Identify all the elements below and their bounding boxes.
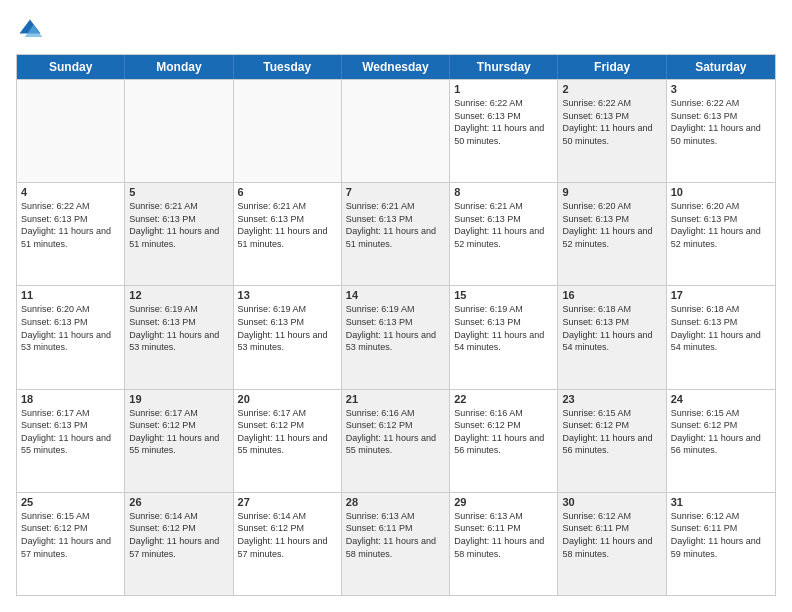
- calendar-cell-empty-0-0: [17, 80, 125, 182]
- day-number: 14: [346, 289, 445, 301]
- day-number: 1: [454, 83, 553, 95]
- calendar-row-2: 11Sunrise: 6:20 AM Sunset: 6:13 PM Dayli…: [17, 285, 775, 388]
- cell-text: Sunrise: 6:20 AM Sunset: 6:13 PM Dayligh…: [671, 200, 771, 250]
- cell-text: Sunrise: 6:17 AM Sunset: 6:12 PM Dayligh…: [129, 407, 228, 457]
- calendar-cell-22: 22Sunrise: 6:16 AM Sunset: 6:12 PM Dayli…: [450, 390, 558, 492]
- day-number: 17: [671, 289, 771, 301]
- day-number: 20: [238, 393, 337, 405]
- calendar-cell-14: 14Sunrise: 6:19 AM Sunset: 6:13 PM Dayli…: [342, 286, 450, 388]
- cell-text: Sunrise: 6:22 AM Sunset: 6:13 PM Dayligh…: [671, 97, 771, 147]
- day-number: 28: [346, 496, 445, 508]
- calendar-cell-12: 12Sunrise: 6:19 AM Sunset: 6:13 PM Dayli…: [125, 286, 233, 388]
- cell-text: Sunrise: 6:14 AM Sunset: 6:12 PM Dayligh…: [238, 510, 337, 560]
- cell-text: Sunrise: 6:17 AM Sunset: 6:13 PM Dayligh…: [21, 407, 120, 457]
- cell-text: Sunrise: 6:12 AM Sunset: 6:11 PM Dayligh…: [671, 510, 771, 560]
- cell-text: Sunrise: 6:13 AM Sunset: 6:11 PM Dayligh…: [454, 510, 553, 560]
- logo: [16, 16, 48, 44]
- day-number: 15: [454, 289, 553, 301]
- cell-text: Sunrise: 6:19 AM Sunset: 6:13 PM Dayligh…: [454, 303, 553, 353]
- cell-text: Sunrise: 6:21 AM Sunset: 6:13 PM Dayligh…: [454, 200, 553, 250]
- day-number: 2: [562, 83, 661, 95]
- calendar-cell-31: 31Sunrise: 6:12 AM Sunset: 6:11 PM Dayli…: [667, 493, 775, 595]
- calendar-cell-7: 7Sunrise: 6:21 AM Sunset: 6:13 PM Daylig…: [342, 183, 450, 285]
- day-number: 4: [21, 186, 120, 198]
- day-number: 22: [454, 393, 553, 405]
- calendar-cell-3: 3Sunrise: 6:22 AM Sunset: 6:13 PM Daylig…: [667, 80, 775, 182]
- header: [16, 16, 776, 44]
- cell-text: Sunrise: 6:16 AM Sunset: 6:12 PM Dayligh…: [346, 407, 445, 457]
- cell-text: Sunrise: 6:17 AM Sunset: 6:12 PM Dayligh…: [238, 407, 337, 457]
- calendar-row-3: 18Sunrise: 6:17 AM Sunset: 6:13 PM Dayli…: [17, 389, 775, 492]
- cell-text: Sunrise: 6:22 AM Sunset: 6:13 PM Dayligh…: [562, 97, 661, 147]
- day-number: 8: [454, 186, 553, 198]
- calendar-cell-19: 19Sunrise: 6:17 AM Sunset: 6:12 PM Dayli…: [125, 390, 233, 492]
- day-number: 10: [671, 186, 771, 198]
- calendar-cell-28: 28Sunrise: 6:13 AM Sunset: 6:11 PM Dayli…: [342, 493, 450, 595]
- calendar-cell-8: 8Sunrise: 6:21 AM Sunset: 6:13 PM Daylig…: [450, 183, 558, 285]
- day-header-saturday: Saturday: [667, 55, 775, 79]
- calendar: SundayMondayTuesdayWednesdayThursdayFrid…: [16, 54, 776, 596]
- calendar-cell-20: 20Sunrise: 6:17 AM Sunset: 6:12 PM Dayli…: [234, 390, 342, 492]
- calendar-cell-15: 15Sunrise: 6:19 AM Sunset: 6:13 PM Dayli…: [450, 286, 558, 388]
- calendar-cell-21: 21Sunrise: 6:16 AM Sunset: 6:12 PM Dayli…: [342, 390, 450, 492]
- cell-text: Sunrise: 6:15 AM Sunset: 6:12 PM Dayligh…: [562, 407, 661, 457]
- day-number: 26: [129, 496, 228, 508]
- day-header-friday: Friday: [558, 55, 666, 79]
- day-number: 27: [238, 496, 337, 508]
- calendar-cell-10: 10Sunrise: 6:20 AM Sunset: 6:13 PM Dayli…: [667, 183, 775, 285]
- cell-text: Sunrise: 6:20 AM Sunset: 6:13 PM Dayligh…: [21, 303, 120, 353]
- day-number: 7: [346, 186, 445, 198]
- calendar-cell-30: 30Sunrise: 6:12 AM Sunset: 6:11 PM Dayli…: [558, 493, 666, 595]
- cell-text: Sunrise: 6:19 AM Sunset: 6:13 PM Dayligh…: [238, 303, 337, 353]
- day-number: 5: [129, 186, 228, 198]
- cell-text: Sunrise: 6:21 AM Sunset: 6:13 PM Dayligh…: [129, 200, 228, 250]
- day-number: 31: [671, 496, 771, 508]
- day-number: 16: [562, 289, 661, 301]
- calendar-cell-29: 29Sunrise: 6:13 AM Sunset: 6:11 PM Dayli…: [450, 493, 558, 595]
- day-number: 11: [21, 289, 120, 301]
- calendar-cell-9: 9Sunrise: 6:20 AM Sunset: 6:13 PM Daylig…: [558, 183, 666, 285]
- calendar-cell-23: 23Sunrise: 6:15 AM Sunset: 6:12 PM Dayli…: [558, 390, 666, 492]
- day-header-thursday: Thursday: [450, 55, 558, 79]
- cell-text: Sunrise: 6:20 AM Sunset: 6:13 PM Dayligh…: [562, 200, 661, 250]
- day-number: 29: [454, 496, 553, 508]
- cell-text: Sunrise: 6:19 AM Sunset: 6:13 PM Dayligh…: [129, 303, 228, 353]
- calendar-cell-11: 11Sunrise: 6:20 AM Sunset: 6:13 PM Dayli…: [17, 286, 125, 388]
- day-number: 6: [238, 186, 337, 198]
- cell-text: Sunrise: 6:21 AM Sunset: 6:13 PM Dayligh…: [346, 200, 445, 250]
- day-number: 25: [21, 496, 120, 508]
- day-number: 23: [562, 393, 661, 405]
- calendar-cell-13: 13Sunrise: 6:19 AM Sunset: 6:13 PM Dayli…: [234, 286, 342, 388]
- logo-icon: [16, 16, 44, 44]
- day-header-tuesday: Tuesday: [234, 55, 342, 79]
- day-number: 12: [129, 289, 228, 301]
- calendar-cell-26: 26Sunrise: 6:14 AM Sunset: 6:12 PM Dayli…: [125, 493, 233, 595]
- day-header-monday: Monday: [125, 55, 233, 79]
- cell-text: Sunrise: 6:15 AM Sunset: 6:12 PM Dayligh…: [21, 510, 120, 560]
- calendar-body: 1Sunrise: 6:22 AM Sunset: 6:13 PM Daylig…: [17, 79, 775, 595]
- cell-text: Sunrise: 6:22 AM Sunset: 6:13 PM Dayligh…: [21, 200, 120, 250]
- calendar-header: SundayMondayTuesdayWednesdayThursdayFrid…: [17, 55, 775, 79]
- calendar-cell-empty-0-2: [234, 80, 342, 182]
- cell-text: Sunrise: 6:15 AM Sunset: 6:12 PM Dayligh…: [671, 407, 771, 457]
- calendar-cell-empty-0-3: [342, 80, 450, 182]
- day-number: 19: [129, 393, 228, 405]
- day-number: 21: [346, 393, 445, 405]
- day-number: 30: [562, 496, 661, 508]
- day-number: 3: [671, 83, 771, 95]
- cell-text: Sunrise: 6:16 AM Sunset: 6:12 PM Dayligh…: [454, 407, 553, 457]
- cell-text: Sunrise: 6:18 AM Sunset: 6:13 PM Dayligh…: [562, 303, 661, 353]
- calendar-cell-18: 18Sunrise: 6:17 AM Sunset: 6:13 PM Dayli…: [17, 390, 125, 492]
- page: SundayMondayTuesdayWednesdayThursdayFrid…: [0, 0, 792, 612]
- calendar-cell-25: 25Sunrise: 6:15 AM Sunset: 6:12 PM Dayli…: [17, 493, 125, 595]
- day-number: 13: [238, 289, 337, 301]
- calendar-cell-empty-0-1: [125, 80, 233, 182]
- calendar-cell-4: 4Sunrise: 6:22 AM Sunset: 6:13 PM Daylig…: [17, 183, 125, 285]
- calendar-cell-17: 17Sunrise: 6:18 AM Sunset: 6:13 PM Dayli…: [667, 286, 775, 388]
- cell-text: Sunrise: 6:14 AM Sunset: 6:12 PM Dayligh…: [129, 510, 228, 560]
- calendar-cell-24: 24Sunrise: 6:15 AM Sunset: 6:12 PM Dayli…: [667, 390, 775, 492]
- calendar-cell-5: 5Sunrise: 6:21 AM Sunset: 6:13 PM Daylig…: [125, 183, 233, 285]
- cell-text: Sunrise: 6:18 AM Sunset: 6:13 PM Dayligh…: [671, 303, 771, 353]
- cell-text: Sunrise: 6:22 AM Sunset: 6:13 PM Dayligh…: [454, 97, 553, 147]
- calendar-cell-27: 27Sunrise: 6:14 AM Sunset: 6:12 PM Dayli…: [234, 493, 342, 595]
